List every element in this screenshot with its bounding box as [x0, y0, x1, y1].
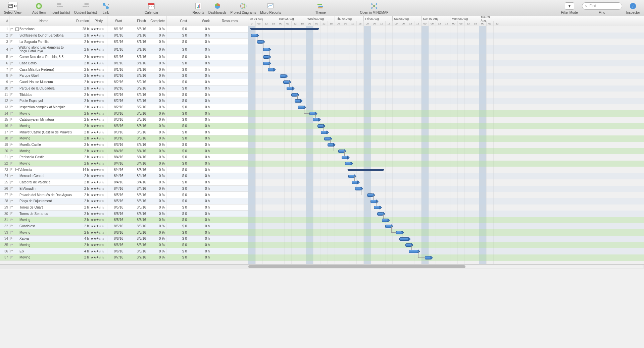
cell-work[interactable]: 0 h: [189, 236, 212, 242]
cell-duration[interactable]: 2 h: [73, 223, 90, 229]
row-flag[interactable]: [9, 45, 14, 54]
gantt-task-bar[interactable]: [280, 74, 286, 78]
row-flag[interactable]: [9, 154, 14, 160]
cell-start[interactable]: 8/6/16: [107, 229, 130, 235]
cell-work[interactable]: 0 h: [189, 26, 212, 32]
row-flag[interactable]: [9, 167, 14, 173]
cell-resources[interactable]: [212, 123, 248, 129]
find-field[interactable]: Find Find: [580, 1, 624, 15]
cell-start[interactable]: 8/5/16: [107, 223, 130, 229]
cell-resources[interactable]: [212, 236, 248, 242]
gantt-task-bar[interactable]: [382, 219, 388, 222]
row-flag[interactable]: [9, 123, 14, 129]
cell-duration[interactable]: 2 h: [73, 229, 90, 235]
cell-cost[interactable]: $ 0: [166, 186, 189, 192]
cell-name[interactable]: Walking along Las Ramblas to Plaça Catal…: [14, 45, 73, 54]
gantt-task-bar[interactable]: [342, 156, 348, 159]
cell-start[interactable]: 8/2/16: [107, 104, 130, 110]
cell-start[interactable]: 8/1/16: [107, 54, 130, 60]
table-row[interactable]: 34Xativa4 h★★★☆☆8/6/168/6/160 %$ 00 h: [0, 236, 248, 242]
cell-duration[interactable]: 2 h: [73, 242, 90, 248]
cell-complete[interactable]: 0 %: [153, 45, 166, 54]
cell-start[interactable]: 8/6/16: [107, 236, 130, 242]
cell-work[interactable]: 0 h: [189, 123, 212, 129]
gantt-summary-bar[interactable]: [251, 28, 318, 30]
cell-work[interactable]: 0 h: [189, 205, 212, 211]
cell-cost[interactable]: $ 0: [166, 142, 189, 148]
select-view-button[interactable]: Select View: [2, 1, 23, 15]
cell-work[interactable]: 0 h: [189, 129, 212, 135]
cell-name[interactable]: Carrer Nou de la Rambla, 3-5: [14, 54, 73, 60]
dashboards-button[interactable]: Dashboards: [206, 1, 229, 15]
cell-cost[interactable]: $ 0: [166, 92, 189, 98]
row-flag[interactable]: [9, 98, 14, 104]
view-btn-3[interactable]: [13, 4, 18, 8]
cell-work[interactable]: 0 h: [189, 79, 212, 85]
cell-start[interactable]: 8/5/16: [107, 217, 130, 223]
cell-start[interactable]: 8/5/16: [107, 192, 130, 198]
cell-finish[interactable]: 8/1/16: [130, 54, 153, 60]
gantt-summary-bar[interactable]: [348, 169, 383, 171]
cell-priority[interactable]: ★★★☆☆: [90, 223, 107, 229]
outdent-button[interactable]: Outdent task(s): [72, 1, 99, 15]
cell-work[interactable]: 0 h: [189, 248, 212, 254]
table-row[interactable]: 27Palacio del Marqués de Dos Aguas2 h★★★…: [0, 192, 248, 198]
cell-work[interactable]: 0 h: [189, 217, 212, 223]
cell-cost[interactable]: $ 0: [166, 66, 189, 72]
cell-cost[interactable]: $ 0: [166, 192, 189, 198]
cell-complete[interactable]: 0 %: [153, 154, 166, 160]
cell-complete[interactable]: 0 %: [153, 135, 166, 141]
cell-start[interactable]: 8/4/16: [107, 161, 130, 167]
row-flag[interactable]: [9, 186, 14, 192]
cell-resources[interactable]: [212, 117, 248, 123]
cell-complete[interactable]: 0 %: [153, 110, 166, 116]
table-row[interactable]: 19Morella Castle2 h★★★☆☆8/3/168/3/160 %$…: [0, 142, 248, 148]
cell-complete[interactable]: 0 %: [153, 66, 166, 72]
cell-work[interactable]: 0 h: [189, 66, 212, 72]
gantt-task-bar[interactable]: [251, 34, 257, 37]
cell-finish[interactable]: 8/2/16: [130, 85, 153, 92]
cell-duration[interactable]: 2 h: [73, 117, 90, 123]
cell-name[interactable]: La Sagrada Familial: [14, 39, 73, 45]
table-row[interactable]: 37Moving2 h★★★☆☆8/7/168/7/160 %$ 00 h: [0, 254, 248, 261]
cell-resources[interactable]: [212, 167, 248, 173]
theme-button[interactable]: Theme: [313, 1, 328, 15]
cell-duration[interactable]: 4 h: [73, 248, 90, 254]
cell-resources[interactable]: [212, 26, 248, 32]
cell-finish[interactable]: 8/6/16: [130, 242, 153, 248]
cell-complete[interactable]: 0 %: [153, 211, 166, 217]
cell-duration[interactable]: 2 h: [73, 198, 90, 204]
cell-priority[interactable]: ★★★☆☆: [90, 123, 107, 129]
row-flag[interactable]: [9, 39, 14, 45]
cell-resources[interactable]: [212, 148, 248, 154]
cell-complete[interactable]: 0 %: [153, 179, 166, 185]
gantt-task-bar[interactable]: [321, 131, 327, 134]
row-flag[interactable]: [9, 161, 14, 167]
cell-work[interactable]: 0 h: [189, 254, 212, 260]
cell-priority[interactable]: ★★★☆☆: [90, 129, 107, 135]
cell-cost[interactable]: $ 0: [166, 98, 189, 104]
view-btn-2[interactable]: [8, 4, 13, 8]
expand-icon[interactable]: −: [15, 27, 19, 31]
cell-name[interactable]: Moving: [14, 242, 73, 248]
cell-cost[interactable]: $ 0: [166, 60, 189, 66]
row-flag[interactable]: [9, 73, 14, 79]
table-row[interactable]: 16Moving2 h★★★☆☆8/3/168/3/160 %$ 00 h: [0, 123, 248, 129]
cell-start[interactable]: 8/2/16: [107, 92, 130, 98]
gantt-task-bar[interactable]: [377, 212, 383, 216]
cell-duration[interactable]: 2 h: [73, 66, 90, 72]
cell-complete[interactable]: 0 %: [153, 217, 166, 223]
cell-start[interactable]: 8/3/16: [107, 110, 130, 116]
cell-complete[interactable]: 0 %: [153, 223, 166, 229]
row-flag[interactable]: [9, 205, 14, 211]
cell-name[interactable]: Xativa: [14, 236, 73, 242]
cell-resources[interactable]: [212, 205, 248, 211]
cell-resources[interactable]: [212, 173, 248, 179]
cell-duration[interactable]: 14 h: [73, 167, 90, 173]
gantt-task-bar[interactable]: [355, 187, 361, 190]
cell-duration[interactable]: 2 h: [73, 123, 90, 129]
row-flag[interactable]: [9, 135, 14, 141]
cell-finish[interactable]: 8/6/16: [130, 248, 153, 254]
table-row[interactable]: 15Catalunya en Miniatura2 h★★★☆☆8/3/168/…: [0, 117, 248, 123]
cell-start[interactable]: 8/3/16: [107, 142, 130, 148]
